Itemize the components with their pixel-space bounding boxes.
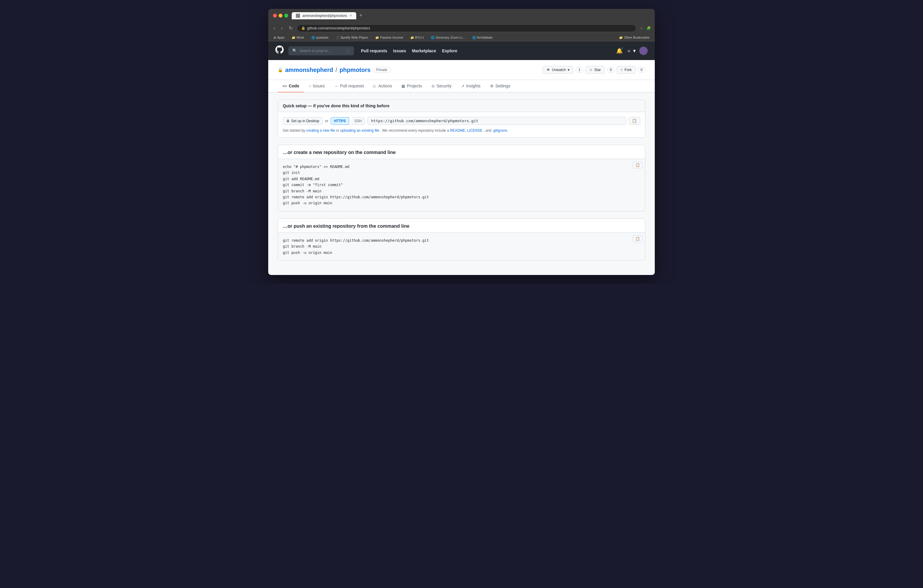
apps-icon: ⊞	[274, 36, 276, 39]
bookmark-passive-income[interactable]: 📁 Passive Income	[373, 35, 405, 40]
fork-icon: ⑂	[621, 68, 622, 72]
quick-setup-body: 🖥 Set up in Desktop or HTTPS SSH 📋 Get s…	[278, 112, 645, 137]
bookmark-star-icon[interactable]: ☆	[639, 26, 644, 31]
unwatch-button[interactable]: 👁 Unwatch ▾	[543, 66, 573, 74]
nav-explore[interactable]: Explore	[442, 48, 457, 53]
notifications-button[interactable]: 🔔	[616, 48, 622, 54]
nav-pull-requests[interactable]: Pull requests	[361, 48, 387, 53]
browser-window: ammonshepherd/phpmotors ✕ + ‹ › ↻ 🔒 gith…	[268, 9, 655, 275]
tab-projects[interactable]: ▦ Projects	[397, 80, 427, 92]
tab-insights[interactable]: ↗ Insights	[457, 80, 485, 92]
cmd-line-new-header: …or create a new repository on the comma…	[278, 145, 645, 159]
bookmark-novalidate[interactable]: 🌐 NoValidate	[470, 35, 494, 40]
maximize-button[interactable]	[284, 14, 288, 18]
other-bookmarks-folder-icon: 📁	[619, 36, 622, 39]
tab-favicon	[296, 14, 300, 18]
tab-code[interactable]: <> Code	[278, 80, 304, 92]
browser-toolbar: ‹ › ↻ 🔒 github.com/ammonshepherd/phpmoto…	[268, 22, 655, 34]
extensions-puzzle-icon[interactable]: 🧩	[646, 26, 651, 31]
ssh-button[interactable]: SSH	[351, 117, 365, 125]
license-link[interactable]: LICENSE	[467, 128, 482, 133]
nav-marketplace[interactable]: Marketplace	[412, 48, 436, 53]
bookmark-seminary-zoom-label: Seminary Zoom Li...	[436, 36, 465, 39]
tab-settings[interactable]: ⚙ Settings	[485, 80, 515, 92]
tab-actions[interactable]: ▷ Actions	[369, 80, 397, 92]
address-text: github.com/ammonshepherd/phpmotors	[307, 26, 370, 30]
add-menu-button[interactable]: ＋ ▾	[626, 47, 636, 54]
https-button[interactable]: HTTPS	[331, 117, 349, 125]
minimize-button[interactable]	[279, 14, 282, 18]
github-search[interactable]: 🔍 Search or jump to... /	[288, 46, 354, 55]
setup-in-desktop-button[interactable]: 🖥 Set up in Desktop	[283, 117, 323, 125]
github-page: 🔍 Search or jump to... / Pull requests I…	[268, 41, 655, 275]
tab-issues[interactable]: ○ Issues	[304, 80, 330, 92]
repo-name[interactable]: phpmotors	[340, 67, 371, 74]
fork-button[interactable]: ⑂ Fork	[617, 66, 636, 74]
quick-setup-card: Quick setup — if you've done this kind o…	[278, 100, 645, 138]
tab-pull-requests[interactable]: ↔ Pull requests	[330, 80, 369, 92]
address-bar[interactable]: 🔒 github.com/ammonshepherd/phpmotors	[297, 25, 636, 32]
new-tab-button[interactable]: +	[357, 12, 364, 19]
uploading-existing-file-link[interactable]: uploading an existing file	[340, 128, 379, 133]
bookmark-byui[interactable]: 📁 BYU-I	[409, 35, 425, 40]
unwatch-count: 1	[576, 67, 583, 73]
close-button[interactable]	[273, 14, 277, 18]
repo-slash: /	[335, 67, 337, 74]
tab-security[interactable]: ⊙ Security	[427, 80, 457, 92]
copy-cmd-new-button[interactable]: 📋	[633, 161, 642, 169]
repo-url-input[interactable]	[367, 117, 626, 125]
cmd-line-new-pre: echo "# phpmotors" >> README.md git init…	[283, 164, 640, 206]
seminary-zoom-icon: 🌐	[431, 36, 434, 39]
novalidate-icon: 🌐	[472, 36, 476, 39]
bookmark-apps[interactable]: ⊞ Apps	[272, 35, 286, 40]
bookmark-spotify-label: Spotify Web Player	[340, 36, 368, 39]
star-count: 0	[607, 67, 615, 73]
insights-icon: ↗	[461, 84, 465, 88]
bookmark-novalidate-label: NoValidate	[477, 36, 493, 39]
other-bookmarks[interactable]: 📁 Other Bookmarks	[618, 35, 651, 40]
bookmark-spotify[interactable]: 🎵 Spotify Web Player	[334, 35, 370, 40]
user-avatar[interactable]	[639, 47, 648, 55]
star-button[interactable]: ☆ Star	[585, 66, 605, 74]
actions-icon: ▷	[373, 84, 376, 88]
toolbar-icons: ☆ 🧩	[639, 26, 651, 31]
passive-income-icon: 📁	[375, 36, 379, 39]
tab-close-button[interactable]: ✕	[350, 14, 352, 18]
repo-actions: 👁 Unwatch ▾ 1 ☆ Star 0 ⑂ Fork 0	[543, 66, 645, 74]
bookmark-quietube[interactable]: 🌐 quietube	[310, 35, 330, 40]
refresh-button[interactable]: ↻	[287, 24, 294, 32]
cmd-line-existing-pre: git remote add origin https://github.com…	[283, 238, 640, 256]
repo-owner[interactable]: ammonshepherd	[285, 67, 333, 74]
quick-setup-title: Quick setup — if you've done this kind o…	[283, 103, 389, 108]
cmd-line-new-section: …or create a new repository on the comma…	[278, 145, 645, 211]
bookmark-passive-income-label: Passive Income	[380, 36, 403, 39]
github-nav: Pull requests Issues Marketplace Explore	[361, 48, 457, 53]
bookmark-seminary-zoom[interactable]: 🌐 Seminary Zoom Li...	[429, 35, 466, 40]
security-lock-icon: 🔒	[301, 26, 305, 30]
settings-gear-icon: ⚙	[490, 84, 494, 88]
repo-header: 🔒 ammonshepherd / phpmotors Private 👁 Un…	[268, 60, 655, 80]
other-bookmarks-label: Other Bookmarks	[624, 36, 649, 39]
search-icon: 🔍	[292, 48, 297, 53]
gitignore-link[interactable]: .gitignore	[493, 128, 507, 133]
pull-requests-icon: ↔	[335, 84, 338, 88]
or-text: or	[325, 118, 328, 123]
bookmarks-bar: ⊞ Apps 📁 Work 🌐 quietube 🎵 Spotify Web P…	[268, 34, 655, 41]
copy-cmd-existing-button[interactable]: 📋	[633, 235, 642, 242]
github-logo[interactable]	[275, 46, 284, 56]
copy-url-button[interactable]: 📋	[629, 117, 640, 125]
eye-icon: 👁	[547, 68, 550, 72]
repo-content: Quick setup — if you've done this kind o…	[268, 92, 655, 275]
creating-new-file-link[interactable]: creating a new file	[306, 128, 335, 133]
cmd-line-existing-header: …or push an existing repository from the…	[278, 219, 645, 232]
forward-button[interactable]: ›	[279, 25, 284, 32]
bookmark-work[interactable]: 📁 Work	[290, 35, 305, 40]
back-button[interactable]: ‹	[272, 25, 277, 32]
spotify-icon: 🎵	[336, 36, 339, 39]
code-icon: <>	[282, 84, 287, 88]
readme-link[interactable]: README	[450, 128, 465, 133]
fork-count: 0	[638, 67, 645, 73]
bookmark-apps-label: Apps	[277, 36, 284, 39]
active-tab[interactable]: ammonshepherd/phpmotors ✕	[292, 12, 356, 19]
nav-issues[interactable]: Issues	[393, 48, 406, 53]
